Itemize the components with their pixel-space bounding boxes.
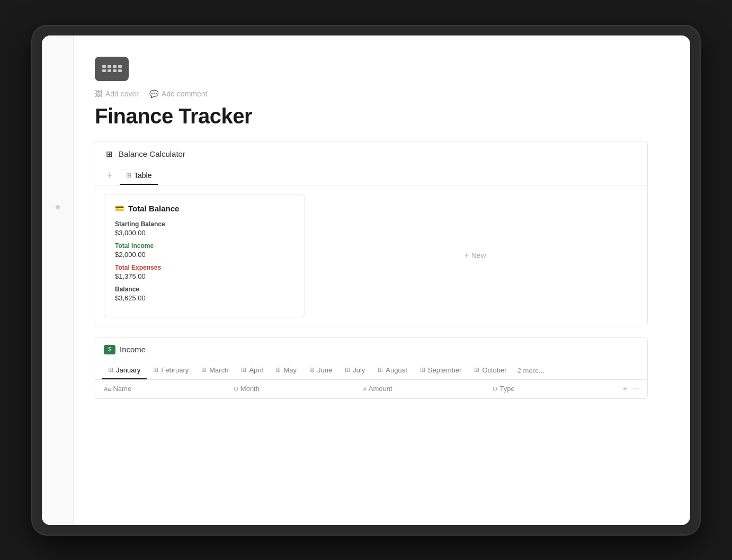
table-icon-aug: ⊞: [378, 366, 383, 374]
sidebar-indicator-dot: [56, 205, 60, 209]
name-col-icon: Aa: [104, 386, 111, 392]
table-icon-sep: ⊞: [420, 366, 425, 374]
more-months-button[interactable]: 2 more...: [513, 362, 549, 379]
amount-col-icon: #: [363, 386, 367, 392]
tab-january[interactable]: ⊞ January: [102, 362, 147, 379]
actions-row: 🖼 Add cover 💬 Add comment: [95, 90, 648, 98]
table-icon-apr: ⊞: [241, 366, 246, 374]
card-title: Total Balance: [128, 204, 179, 213]
balance-value: $3,625.00: [115, 294, 294, 302]
col-amount: # Amount: [363, 385, 483, 393]
col-type: ⊙ Type: [493, 385, 612, 393]
tab-july[interactable]: ⊞ July: [338, 362, 371, 379]
gallery-area: 💳 Total Balance Starting Balance $3,000.…: [95, 185, 647, 326]
total-income-value: $2,000.00: [115, 251, 294, 259]
income-header: $ Income: [95, 337, 647, 362]
page-title: Finance Tracker: [95, 104, 648, 128]
tab-october[interactable]: ⊞ October: [468, 362, 513, 379]
type-col-icon: ⊙: [493, 385, 497, 392]
col-name: Aa Name: [104, 385, 223, 393]
calculator-icon: ⊞: [104, 149, 114, 159]
tab-may[interactable]: ⊞ May: [269, 362, 303, 379]
new-card-button[interactable]: + New: [311, 194, 639, 317]
col-actions: + ···: [622, 384, 639, 394]
income-section: $ Income ⊞ January ⊞ February ⊞ Mar: [95, 337, 648, 399]
tab-table[interactable]: ⊞ Table: [120, 167, 158, 185]
tab-june[interactable]: ⊞ June: [303, 362, 338, 379]
add-view-button[interactable]: +: [104, 170, 115, 182]
add-cover-button[interactable]: 🖼 Add cover: [95, 90, 139, 98]
starting-balance-value: $3,000.00: [115, 229, 294, 237]
tab-february[interactable]: ⊞ February: [147, 362, 195, 379]
page-icon: [95, 57, 129, 81]
table-icon-jun: ⊞: [309, 366, 315, 374]
table-icon-mar: ⊞: [201, 366, 207, 374]
more-col-icon[interactable]: ···: [632, 384, 639, 394]
month-col-icon: ⊙: [234, 385, 238, 392]
tab-august[interactable]: ⊞ August: [371, 362, 413, 379]
card-title-icon: 💳: [115, 204, 124, 212]
add-col-icon[interactable]: +: [622, 384, 627, 394]
balance-tab-bar: + ⊞ Table: [95, 167, 647, 185]
balance-calculator-header: ⊞ Balance Calculator: [95, 141, 647, 167]
screen: 🖼 Add cover 💬 Add comment Finance Tracke…: [42, 35, 690, 525]
month-tabs: ⊞ January ⊞ February ⊞ March ⊞ April: [95, 362, 647, 380]
col-month: ⊙ Month: [234, 385, 353, 393]
add-comment-button[interactable]: 💬 Add comment: [149, 90, 207, 98]
plus-icon: +: [464, 251, 469, 260]
table-icon-jul: ⊞: [345, 366, 350, 374]
tab-march[interactable]: ⊞ March: [195, 362, 235, 379]
total-expenses-value: $1,375.00: [115, 272, 294, 280]
table-icon-may: ⊞: [275, 366, 281, 374]
total-expenses-label: Total Expenses: [115, 264, 294, 271]
balance-calculator-section: ⊞ Balance Calculator + ⊞ Table: [95, 141, 648, 326]
table-icon-feb: ⊞: [153, 366, 158, 374]
device-frame: 🖼 Add cover 💬 Add comment Finance Tracke…: [32, 26, 700, 535]
tab-april[interactable]: ⊞ April: [235, 362, 269, 379]
balance-label: Balance: [115, 286, 294, 293]
total-income-label: Total Income: [115, 242, 294, 250]
tab-september[interactable]: ⊞ September: [414, 362, 468, 379]
image-icon: 🖼: [95, 90, 102, 98]
income-icon: $: [104, 345, 115, 354]
total-balance-card: 💳 Total Balance Starting Balance $3,000.…: [104, 194, 305, 317]
table-icon-oct: ⊞: [474, 366, 479, 374]
table-icon: ⊞: [126, 172, 131, 179]
comment-icon: 💬: [149, 90, 158, 98]
table-header: Aa Name ⊙ Month # Amount ⊙ Type: [95, 380, 647, 398]
sidebar: [42, 35, 74, 525]
starting-balance-label: Starting Balance: [115, 220, 294, 228]
table-icon-jan: ⊞: [108, 366, 113, 374]
content-area: 🖼 Add cover 💬 Add comment Finance Tracke…: [42, 35, 690, 525]
